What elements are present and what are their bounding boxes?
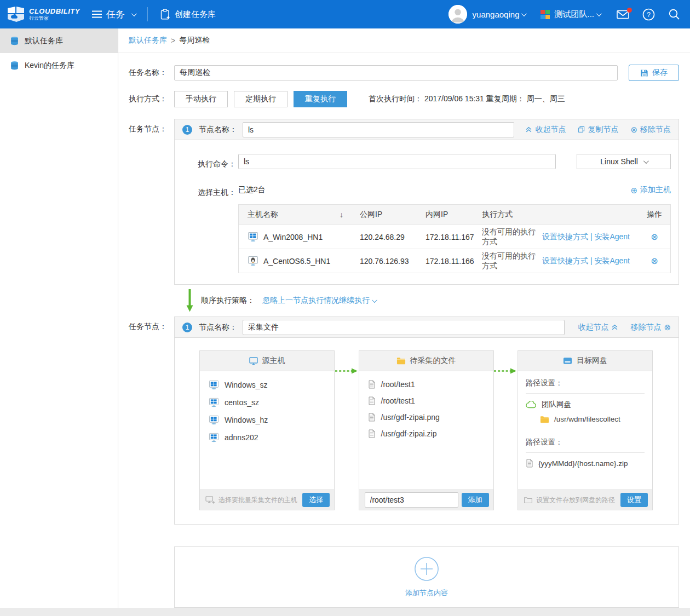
add-node-label: 添加节点内容 — [405, 588, 448, 598]
linux-host-icon — [248, 256, 258, 266]
set-path-button[interactable]: 设置 — [620, 493, 648, 507]
task-name-input[interactable] — [174, 65, 618, 80]
svg-text:?: ? — [647, 11, 651, 19]
source-host-list: Windows_sz centos_sz Windows_hz — [200, 371, 334, 490]
clipboard-plus-icon — [160, 9, 170, 20]
copy-icon — [578, 126, 585, 133]
folder-icon — [540, 416, 549, 423]
add-node-section: 添加节点内容 — [129, 536, 679, 608]
create-task-repo-button[interactable]: 创建任务库 — [160, 9, 216, 20]
remove-host-button[interactable]: ⊗ — [630, 256, 670, 266]
windows-host-icon — [209, 380, 219, 390]
list-item-file[interactable]: /usr/gdf-zipai.png — [359, 409, 493, 425]
copy-node-link[interactable]: 复制节点 — [578, 125, 618, 135]
node-2-header: 1 节点名称： 收起节点 移除节点 ⊗ — [175, 317, 679, 338]
flow-arrow — [494, 350, 518, 374]
messages-button[interactable] — [617, 10, 629, 19]
list-item-host[interactable]: centos_sz — [200, 394, 334, 411]
chevron-down-icon — [372, 297, 377, 303]
list-item-host[interactable]: Windows_sz — [200, 376, 334, 394]
command-label: 执行命令： — [198, 154, 238, 169]
node-index-badge: 1 — [182, 125, 192, 135]
avatar[interactable] — [449, 5, 467, 24]
files-to-collect-card: 待采集的文件 /root/test1 /root/test1 — [359, 350, 494, 510]
strategy-value-dropdown[interactable]: 忽略上一节点执行情况继续执行 — [262, 296, 376, 306]
sort-desc-icon[interactable]: ↓ — [340, 210, 343, 219]
exec-availability-note: 没有可用的执行方式 — [482, 227, 536, 247]
database-icon — [10, 36, 19, 45]
flow-arrow — [335, 350, 359, 374]
app-logo[interactable]: CLOUDBILITY 行云管家 — [7, 6, 80, 22]
node-1-name-input[interactable] — [243, 122, 514, 137]
file-icon — [368, 413, 376, 422]
add-file-button[interactable]: 添加 — [462, 493, 489, 507]
select-hosts-button[interactable]: 选择 — [302, 493, 330, 507]
help-button[interactable]: ? — [642, 8, 655, 21]
windows-host-icon — [209, 415, 219, 425]
file-icon — [368, 380, 376, 389]
file-icon — [526, 459, 533, 468]
team-netdisk-item[interactable]: 团队网盘 — [526, 400, 645, 410]
shell-type-dropdown[interactable]: Linux Shell — [577, 154, 671, 169]
list-item-file[interactable]: /usr/gdf-zipai.zip — [359, 425, 493, 442]
remove-host-button[interactable]: ⊗ — [630, 232, 670, 242]
hosts-table-header: 主机名称 ↓ 公网IP 内网IP 执行方式 操作 — [239, 205, 670, 224]
col-actions: 操作 — [630, 210, 670, 220]
windows-host-icon — [209, 398, 219, 407]
chevron-down-icon — [131, 11, 137, 16]
user-menu[interactable]: yuangaoqing — [473, 10, 526, 19]
add-node-button[interactable]: 添加节点内容 — [174, 546, 679, 608]
logo-title: CLOUDBILITY — [29, 8, 80, 15]
netdisk-folder-item[interactable]: /usr/wdm/filescollect — [540, 415, 645, 423]
windows-host-icon — [248, 232, 258, 242]
file-icon — [368, 396, 376, 405]
set-shortcut-link[interactable]: 设置快捷方式 — [542, 232, 588, 241]
list-item-host[interactable]: Windows_hz — [200, 411, 334, 429]
host-public-ip: 120.76.126.93 — [351, 257, 417, 266]
sidebar-item-label: Kevin的任务库 — [25, 61, 74, 71]
nav-menu-tasks[interactable]: 任务 — [92, 8, 135, 21]
save-button[interactable]: 保存 — [629, 65, 679, 81]
exec-mode-label: 执行方式： — [129, 94, 174, 104]
task-name-label: 任务名称： — [129, 68, 174, 78]
list-item-host[interactable]: adnns202 — [200, 429, 334, 446]
save-button-label: 保存 — [652, 68, 668, 78]
add-host-link[interactable]: ⊕ 添加主机 — [630, 185, 671, 195]
collapse-node-link[interactable]: 收起节点 — [525, 125, 566, 135]
breadcrumb-current: 每周巡检 — [179, 36, 210, 45]
set-shortcut-link[interactable]: 设置快捷方式 — [542, 256, 588, 265]
command-input[interactable] — [238, 154, 556, 169]
remove-node-link[interactable]: ⊗ 移除节点 — [630, 125, 671, 135]
list-item-file[interactable]: /root/test1 — [359, 376, 493, 393]
node-name-label: 节点名称： — [199, 323, 237, 332]
sidebar-item-kevin-repo[interactable]: Kevin的任务库 — [0, 53, 118, 78]
breadcrumb-parent-link[interactable]: 默认任务库 — [129, 36, 167, 45]
sidebar-item-default-repo[interactable]: 默认任务库 — [0, 28, 118, 53]
exec-availability-note: 没有可用的执行方式 — [482, 251, 536, 271]
exec-mode-scheduled-button[interactable]: 定期执行 — [234, 91, 288, 107]
search-button[interactable] — [668, 8, 680, 20]
task-name-row: 任务名称： 保存 — [129, 65, 679, 81]
main-area: 默认任务库 > 每周巡检 任务名称： 保存 执行方式： 手动执行 定期执行 — [118, 28, 690, 608]
team-grid-icon — [540, 10, 550, 19]
install-agent-link[interactable]: 安装Agent — [594, 256, 630, 265]
task-node-1-panel: 1 节点名称： 收起节点 复制节点 — [174, 119, 679, 285]
collapse-node-link[interactable]: 收起节点 — [578, 323, 618, 332]
new-file-path-input[interactable] — [365, 492, 458, 508]
install-agent-link[interactable]: 安装Agent — [594, 232, 630, 241]
remove-node-link[interactable]: 移除节点 ⊗ — [630, 323, 671, 332]
list-item-file[interactable]: /root/test1 — [359, 393, 493, 409]
exec-mode-repeat-button[interactable]: 重复执行 — [294, 91, 347, 107]
file-pattern-item[interactable]: {yyyMMdd}/{host.name}.zip — [526, 459, 645, 468]
chevron-down-icon — [643, 158, 649, 164]
team-menu[interactable]: 测试团队... — [540, 9, 600, 20]
hosts-table: 主机名称 ↓ 公网IP 内网IP 执行方式 操作 — [238, 204, 671, 273]
path-settings-label: 路径设置： — [526, 437, 645, 447]
schedule-summary: 首次执行时间： 2017/09/06 15:31 重复周期： 周一、周三 — [369, 94, 565, 104]
exec-mode-manual-button[interactable]: 手动执行 — [174, 91, 228, 107]
node-2-name-input[interactable] — [243, 320, 565, 335]
green-arrow-down-icon — [186, 289, 193, 312]
task-node-2-section: 任务节点： 1 节点名称： 收起节点 移除节点 — [129, 316, 679, 525]
select-hosts-hint: 选择要批量采集文件的主机 — [219, 496, 299, 505]
link-separator: | — [590, 256, 593, 265]
